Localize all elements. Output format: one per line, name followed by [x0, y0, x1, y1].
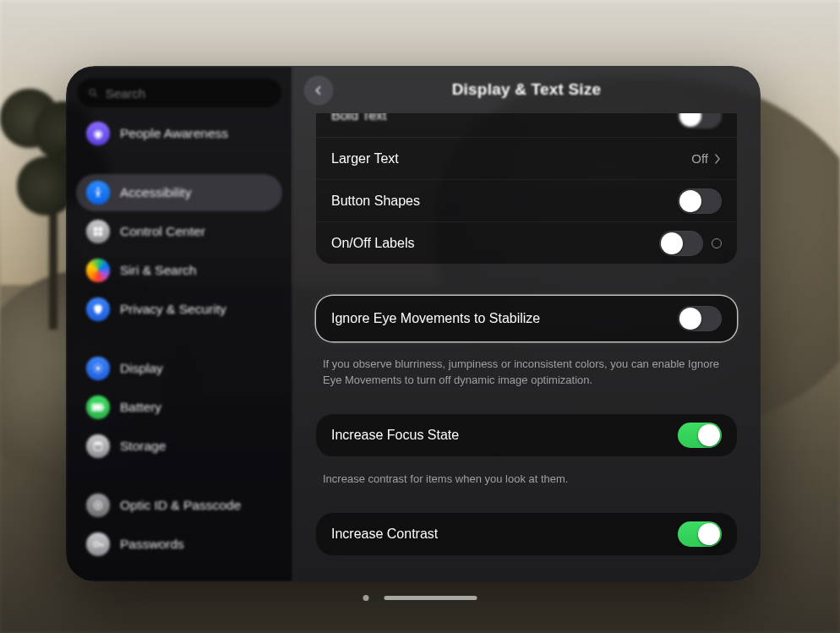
svg-rect-5 [94, 232, 98, 237]
row-focus-state[interactable]: Increase Focus State [316, 414, 737, 456]
home-bar[interactable] [385, 596, 477, 600]
svg-point-7 [96, 367, 101, 371]
row-value: Off [691, 151, 708, 166]
toggle-stabilize[interactable] [678, 306, 722, 331]
sidebar-item-label: Storage [120, 439, 166, 454]
row-stabilize[interactable]: Ignore Eye Movements to Stabilize [316, 296, 737, 341]
row-label: On/Off Labels [331, 236, 659, 251]
onoff-mark-icon [712, 238, 722, 248]
svg-rect-6 [99, 232, 103, 237]
row-button-shapes[interactable]: Button Shapes [316, 179, 737, 221]
page-dot [363, 595, 369, 601]
row-contrast[interactable]: Increase Contrast [316, 513, 737, 555]
search-icon [88, 87, 99, 99]
svg-line-13 [101, 371, 101, 372]
svg-rect-17 [103, 406, 104, 409]
sidebar-item-passwords[interactable]: Passwords [76, 526, 282, 563]
search-input[interactable] [106, 86, 270, 101]
toggle-onoff-labels[interactable] [659, 231, 703, 256]
svg-line-15 [101, 365, 101, 366]
svg-point-0 [90, 90, 95, 95]
svg-rect-3 [94, 227, 98, 232]
group-text-display: Bold Text Larger Text Off Button Shapes … [316, 113, 737, 264]
sidebar-item-label: Siri & Search [120, 263, 196, 278]
svg-point-21 [96, 504, 100, 507]
svg-line-14 [95, 371, 95, 372]
sidebar-item-label: Passwords [120, 537, 184, 552]
row-label: Increase Focus State [331, 428, 678, 443]
row-label: Bold Text [331, 113, 678, 123]
scroll-area[interactable]: Bold Text Larger Text Off Button Shapes … [292, 113, 761, 573]
sidebar-item-label: Privacy & Security [120, 302, 226, 317]
group-contrast: Increase Contrast [316, 513, 737, 555]
svg-rect-4 [99, 227, 103, 232]
home-indicator[interactable] [363, 595, 477, 601]
sidebar-item-privacy-security[interactable]: Privacy & Security [76, 291, 282, 328]
sidebar-item-accessibility[interactable]: Accessibility [76, 174, 282, 211]
row-label: Increase Contrast [331, 527, 678, 542]
sidebar-item-optic-id[interactable]: Optic ID & Passcode [76, 487, 282, 524]
footer-stabilize: If you observe blurriness, jumpiness or … [316, 348, 737, 402]
search-field[interactable] [76, 78, 282, 108]
group-stabilize: Ignore Eye Movements to Stabilize [316, 296, 737, 341]
display-icon [86, 357, 110, 380]
privacy-icon [86, 297, 110, 321]
row-label: Button Shapes [331, 194, 678, 209]
battery-icon [86, 396, 110, 419]
svg-line-1 [95, 95, 97, 97]
svg-rect-18 [93, 405, 101, 409]
toggle-contrast[interactable] [678, 521, 722, 547]
passwords-icon [86, 532, 110, 556]
sidebar-item-display[interactable]: Display [76, 350, 282, 387]
sidebar-item-control-center[interactable]: Control Center [76, 213, 282, 250]
toggle-bold-text[interactable] [678, 113, 722, 128]
settings-window: ◉ People Awareness Accessibility Control… [66, 66, 761, 581]
svg-line-12 [95, 365, 95, 366]
toggle-focus-state[interactable] [678, 423, 722, 448]
row-label: Larger Text [331, 151, 691, 166]
svg-point-2 [97, 188, 100, 190]
optic-id-icon [86, 494, 110, 517]
sidebar-item-battery[interactable]: Battery [76, 389, 282, 426]
control-center-icon [86, 220, 110, 243]
sidebar-item-label: Control Center [120, 224, 205, 239]
svg-point-22 [94, 542, 99, 547]
sidebar-item-label: Optic ID & Passcode [120, 498, 241, 513]
sidebar-item-siri-search[interactable]: Siri & Search [76, 252, 282, 289]
row-onoff-labels[interactable]: On/Off Labels [316, 221, 737, 264]
content-pane: Display & Text Size Bold Text Larger Tex… [292, 66, 761, 581]
sidebar-item-people-awareness[interactable]: ◉ People Awareness [76, 115, 282, 152]
row-bold-text[interactable]: Bold Text [316, 113, 737, 137]
back-button[interactable] [304, 76, 333, 105]
group-focus-state: Increase Focus State [316, 414, 737, 456]
content-header: Display & Text Size [292, 66, 761, 113]
chevron-right-icon [713, 153, 722, 165]
siri-icon [86, 259, 110, 282]
footer-focus-state: Increase contrast for items when you loo… [316, 463, 737, 501]
page-title: Display & Text Size [452, 80, 602, 99]
accessibility-icon [86, 181, 110, 205]
svg-point-19 [94, 442, 101, 445]
sidebar: ◉ People Awareness Accessibility Control… [66, 66, 292, 581]
sidebar-item-label: Display [120, 361, 163, 376]
sidebar-item-label: Battery [120, 400, 161, 415]
storage-icon [86, 434, 110, 458]
sidebar-item-label: Accessibility [120, 185, 191, 200]
row-label: Ignore Eye Movements to Stabilize [331, 311, 678, 326]
chevron-left-icon [312, 84, 325, 97]
sidebar-item-label: People Awareness [120, 126, 228, 141]
sidebar-item-storage[interactable]: Storage [76, 428, 282, 465]
toggle-button-shapes[interactable] [678, 188, 722, 214]
people-awareness-icon: ◉ [86, 122, 110, 145]
footer-contrast: Increase color contrast between app fore… [316, 562, 737, 573]
row-larger-text[interactable]: Larger Text Off [316, 137, 737, 179]
